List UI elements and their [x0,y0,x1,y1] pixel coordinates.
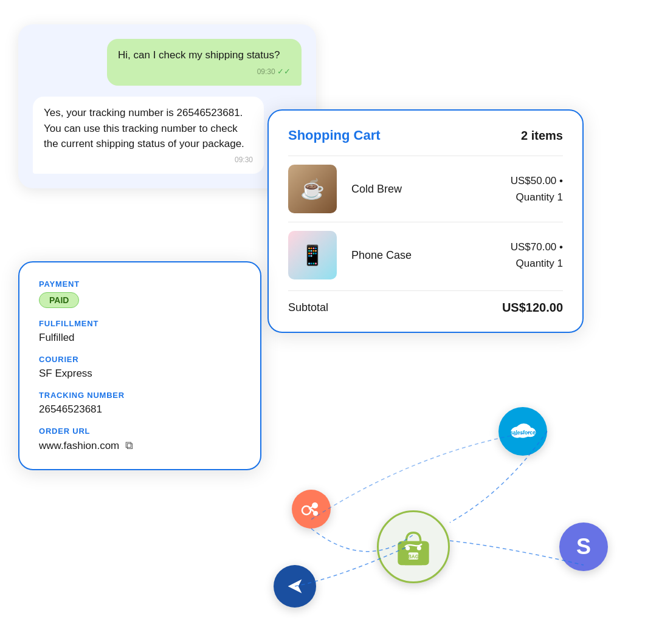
cart-item-2: 📱 Phone Case US$70.00 • Quantity 1 [288,222,563,288]
svg-point-12 [417,546,421,550]
fulfillment-value: Fulfilled [39,332,241,344]
cold-brew-name: Cold Brew [351,183,511,196]
cart-subtotal: Subtotal US$120.00 [288,290,563,315]
hubspot-icon [300,498,322,520]
cold-brew-price: US$50.00 • Quantity 1 [511,173,563,205]
incoming-time: 09:30 [44,154,253,165]
phone-case-name: Phone Case [351,249,511,262]
send-icon [283,575,306,598]
svg-line-8 [311,509,314,512]
subtotal-value: US$120.00 [502,301,563,315]
phone-case-price: US$70.00 • Quantity 1 [511,239,563,272]
outgoing-bubble: Hi, can I check my shipping status? 09:3… [107,39,302,86]
phone-case-image: 📱 [288,231,337,279]
incoming-message-text: Yes, your tracking number is 26546523681… [44,107,244,149]
cart-card: Shopping Cart 2 items ☕ Cold Brew US$50.… [267,109,584,333]
order-card: PAYMENT PAID FULFILLMENT Fulfilled COURI… [18,261,261,470]
svg-point-7 [302,506,311,515]
svg-text:salesforce: salesforce [510,430,536,436]
check-icon: ✓✓ [277,67,291,76]
cart-title: Shopping Cart [288,128,381,143]
outgoing-message-text: Hi, can I check my shipping status? [118,49,280,61]
order-url-row: www.fashion.com ⧉ [39,439,241,452]
outgoing-time: 09:30 ✓✓ [118,66,291,78]
hubspot-circle [292,490,331,529]
order-url-label: ORDER URL [39,426,241,436]
shopify-icon: BAG [392,526,435,568]
cart-items-count: 2 items [521,129,563,143]
salesforce-circle: salesforce [498,407,547,456]
stripe-circle: S [559,522,608,571]
courier-label: COURIER [39,355,241,364]
salesforce-icon: salesforce [509,422,537,441]
shopify-circle: BAG [377,510,450,583]
integrations-area: salesforce BAG S [243,401,632,608]
copy-icon[interactable]: ⧉ [125,439,133,452]
cart-item-1: ☕ Cold Brew US$50.00 • Quantity 1 [288,156,563,222]
stripe-symbol: S [576,534,591,560]
svg-point-9 [313,511,318,516]
fulfillment-label: FULFILLMENT [39,319,241,328]
cold-brew-image: ☕ [288,165,337,213]
payment-status-badge: PAID [39,292,79,308]
svg-point-5 [312,502,318,509]
tracking-value: 26546523681 [39,403,241,416]
send-circle [274,565,316,608]
incoming-bubble: Yes, your tracking number is 26546523681… [33,97,264,174]
svg-marker-15 [288,580,302,594]
order-url-value: www.fashion.com [39,440,119,452]
svg-point-11 [405,546,410,550]
cart-header: Shopping Cart 2 items [288,128,563,143]
svg-text:BAG: BAG [408,554,419,560]
tracking-label: TRACKING NUMBER [39,391,241,400]
subtotal-label: Subtotal [288,301,328,314]
courier-value: SF Express [39,368,241,380]
payment-label: PAYMENT [39,279,241,289]
